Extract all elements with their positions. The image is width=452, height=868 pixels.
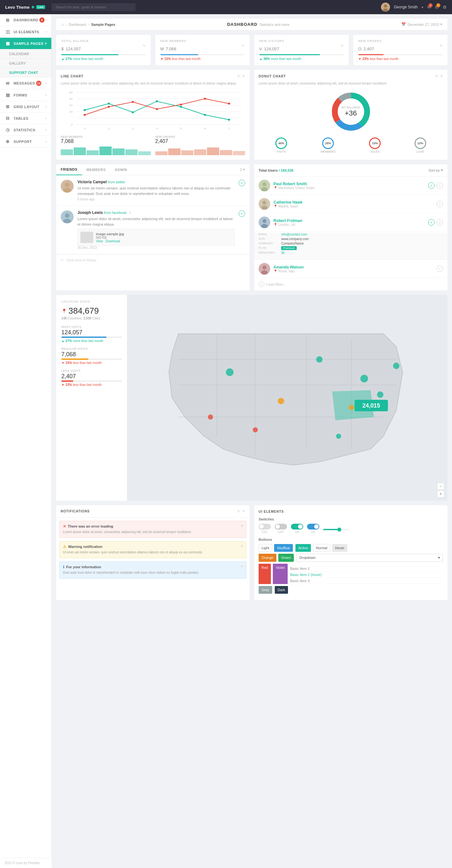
settings-button[interactable]: ⚙	[443, 4, 447, 10]
sidebar: ⊞ DASHBOARD 5 › ◫ UI ELEMENTS › ▦ Sample…	[0, 14, 52, 868]
load-more-button[interactable]: + Load More...	[254, 278, 448, 290]
button-orange[interactable]: Orange	[259, 554, 276, 562]
zoom-out-button[interactable]: −	[437, 483, 444, 490]
map-stat-bar	[61, 359, 122, 360]
refresh-icon[interactable]: ↻	[341, 44, 343, 48]
sidebar-item-dashboard[interactable]: ⊞ DASHBOARD 5 ›	[0, 14, 51, 26]
close-icon[interactable]: ✕	[242, 509, 245, 514]
sidebar-subitem-gallery[interactable]: GALLERY	[0, 59, 51, 68]
button-dark[interactable]: Dark	[275, 586, 288, 594]
sidebar-item-ui-elements[interactable]: ◫ UI ELEMENTS ›	[0, 26, 51, 38]
refresh-icon[interactable]: ↻	[440, 44, 442, 48]
map-stat-value: 2,407	[61, 373, 122, 380]
chat-source: from facebook	[104, 211, 126, 215]
switch-toggle[interactable]	[291, 524, 303, 529]
sidebar-footer: 2013 © Levo by Pixeden.	[0, 858, 52, 868]
svg-point-22	[108, 103, 110, 104]
reply-button[interactable]: +	[239, 180, 245, 186]
close-notification-button[interactable]: ✕	[241, 544, 243, 548]
add-button[interactable]: +	[436, 201, 443, 207]
button-active[interactable]: Active	[295, 544, 311, 552]
company-label: COMPANY	[259, 242, 281, 245]
button-violet[interactable]: Violet	[273, 564, 287, 584]
switches-row: OFF OFF ON	[259, 524, 443, 534]
sidebar-item-grid-layout[interactable]: ⊞ GRID LAYOUT ›	[0, 101, 51, 113]
close-icon[interactable]: ✕	[242, 74, 245, 79]
breadcrumb-dashboard[interactable]: Dashboard	[69, 23, 86, 27]
user-row-robert[interactable]: Robert Fridman 📍 London, UK ✓ ∧	[254, 213, 448, 232]
sidebar-subitem-support-chat[interactable]: SUPPORT CHAT	[0, 68, 51, 78]
button-skyblue[interactable]: SkyBlue	[274, 544, 293, 552]
messages-badge: 10	[36, 81, 41, 86]
mini-bars	[155, 146, 245, 155]
switch-label: OFF	[262, 530, 268, 534]
add-button[interactable]: +	[436, 266, 443, 272]
slider[interactable]	[323, 529, 349, 530]
date-chevron-icon[interactable]: ▾	[441, 22, 442, 27]
switch-toggle[interactable]	[307, 524, 319, 529]
tab-friends[interactable]: FRIENDS	[56, 164, 82, 175]
user-row-amanda[interactable]: Amanda Watson 📍 Rome, Italy +	[254, 260, 448, 278]
map-stat-label: Most Visits	[61, 325, 122, 329]
sidebar-item-forms[interactable]: ▤ FORMS ›	[0, 89, 51, 101]
chat-reply-area[interactable]: ↩ Click here to Reply...	[56, 254, 249, 265]
close-notification-button[interactable]: ✕	[241, 524, 243, 528]
svg-point-75	[336, 434, 341, 439]
sort-button[interactable]: Sort by ▾	[428, 168, 443, 172]
envelope-button[interactable]: ✆ 5	[435, 4, 439, 10]
check-button[interactable]: ✓	[428, 182, 434, 189]
collapse-button[interactable]: ∧	[436, 219, 443, 225]
info-icon: ℹ	[63, 565, 64, 569]
tab-admin[interactable]: ADMIN	[111, 164, 132, 175]
sidebar-item-sample-pages[interactable]: ▦ Sample Pages ∨	[0, 38, 51, 50]
tab-members[interactable]: MEMBERS	[82, 164, 111, 175]
close-icon[interactable]: ✕	[440, 74, 443, 79]
list-item[interactable]: Basic Item 1	[290, 566, 443, 572]
sidebar-item-statistics[interactable]: ◷ STATISTICS ›	[0, 124, 51, 136]
line-chart-title: Line Chart	[61, 74, 84, 78]
user-row-paul[interactable]: Paul Robert Smith 📍 Manhattan, United St…	[254, 177, 448, 195]
check-button[interactable]: ✓	[428, 219, 434, 225]
stat-label: New Orders	[358, 39, 443, 42]
user-info-catherine: Catherine Hawk 📍 Madrid, Spain	[273, 200, 303, 208]
user-avatar[interactable]	[381, 3, 390, 11]
refresh-icon[interactable]: ↻	[242, 44, 244, 48]
svg-point-21	[84, 109, 86, 111]
download-link[interactable]: Download	[106, 240, 120, 243]
refresh-icon[interactable]: ↻	[237, 509, 240, 514]
button-hover[interactable]: Hover	[332, 544, 348, 552]
switch-toggle[interactable]	[259, 524, 271, 529]
svg-point-66	[226, 369, 234, 376]
refresh-icon[interactable]: ↻	[143, 44, 146, 48]
zoom-in-button[interactable]: +	[437, 491, 444, 498]
list-item[interactable]: Basic Item 3	[290, 578, 443, 584]
svg-text:40: 40	[69, 104, 73, 107]
map-controls: − +	[437, 483, 444, 498]
switch-thumb	[275, 524, 280, 529]
messages-value[interactable]: 56	[281, 251, 285, 255]
sidebar-item-tables[interactable]: ⊟ TABLES ›	[0, 113, 51, 124]
button-green[interactable]: Green	[278, 554, 294, 562]
add-button[interactable]: +	[436, 182, 443, 189]
list-item[interactable]: Basic Item 2 (hover)	[290, 572, 443, 578]
search-input[interactable]	[52, 3, 135, 11]
sidebar-item-support[interactable]: ⊕ SUPPORT ›	[0, 136, 51, 148]
slider-thumb[interactable]	[337, 528, 341, 531]
switch-toggle[interactable]	[275, 524, 287, 529]
button-light[interactable]: Light	[259, 544, 272, 552]
close-notification-button[interactable]: ✕	[241, 564, 243, 568]
button-dropdown[interactable]: Dropdown ▾	[296, 554, 443, 562]
refresh-icon[interactable]: ↻	[435, 74, 438, 79]
refresh-icon[interactable]: ↻	[237, 74, 240, 79]
sidebar-item-messages[interactable]: ✉ MESSAGES 10 ›	[0, 78, 51, 89]
mail-button[interactable]: ✉ 8	[427, 4, 431, 10]
line-chart-card: Line Chart ↻ ✕ Lorem ipsum dolor sit ame…	[56, 70, 249, 160]
user-row-catherine[interactable]: Catherine Hawk 📍 Madrid, Spain +	[254, 195, 448, 213]
friends-panel: FRIENDS MEMBERS ADMIN 2 ▾	[56, 164, 249, 290]
view-link[interactable]: View	[96, 240, 103, 243]
button-red[interactable]: Red	[259, 564, 271, 584]
reply-button[interactable]: +	[239, 210, 245, 217]
button-normal[interactable]: Normal	[313, 544, 330, 552]
sidebar-subitem-calendar[interactable]: CALENDAR	[0, 50, 51, 59]
button-grey[interactable]: Grey	[259, 586, 272, 594]
